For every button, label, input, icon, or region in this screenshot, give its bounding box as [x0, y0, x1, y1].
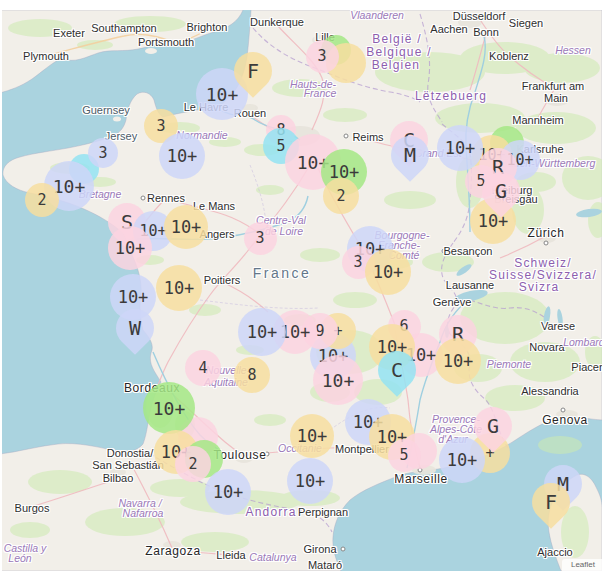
cluster-marker-10plus[interactable]: 10+ — [290, 414, 334, 458]
marker-label: 2 — [188, 455, 197, 473]
cluster-marker-10plus[interactable]: 10+ — [238, 308, 286, 356]
cluster-marker-10plus[interactable]: 10+ — [435, 338, 481, 384]
marker-label: 10+ — [443, 351, 474, 371]
cluster-marker-5[interactable]: 5 — [388, 439, 421, 472]
marker-label: 10+ — [115, 238, 146, 258]
marker-label: 10+ — [206, 84, 239, 105]
cluster-marker-8[interactable]: 8 — [234, 357, 270, 393]
attribution-label[interactable]: Leaflet — [571, 560, 595, 569]
marker-label: 10+ — [153, 398, 186, 419]
marker-label: 4 — [198, 359, 207, 377]
marker-label: 2 — [37, 191, 46, 209]
cluster-marker-10plus[interactable]: 10+ — [156, 265, 202, 311]
marker-label: 3 — [98, 144, 107, 162]
marker-label: 10+ — [171, 217, 202, 237]
marker-label: 5 — [399, 446, 408, 464]
map-markers: 10+23310+F10+S10+10+10+38510+10+23CM10+1… — [0, 0, 602, 571]
map-page: ExeterPlymouthSouthamptonPortsmouthBrigh… — [0, 0, 602, 571]
page-margin-top — [0, 0, 602, 10]
marker-label: 10+ — [167, 146, 198, 166]
cluster-marker-10plus[interactable]: 10+ — [437, 125, 483, 171]
marker-label: 10+ — [297, 426, 328, 446]
marker-label: 10+ — [118, 287, 149, 307]
marker-label: 10+ — [164, 278, 195, 298]
map-canvas[interactable]: ExeterPlymouthSouthamptonPortsmouthBrigh… — [0, 0, 602, 571]
cluster-marker-3[interactable]: 3 — [244, 222, 277, 255]
attribution[interactable]: Leaflet — [562, 559, 602, 571]
cluster-marker-10plus[interactable]: 10+ — [205, 469, 251, 515]
marker-label: 10+ — [447, 450, 478, 470]
marker-label: 2 — [336, 187, 345, 205]
cluster-marker-10plus[interactable]: 10+ — [164, 205, 208, 249]
marker-label: G — [495, 179, 507, 203]
cluster-marker-3[interactable]: 3 — [306, 40, 339, 73]
marker-label: 5 — [276, 137, 285, 155]
cluster-marker-10plus[interactable]: 10+ — [108, 226, 152, 270]
marker-label: 8 — [247, 366, 256, 384]
cluster-marker-10plus[interactable]: 10+ — [159, 133, 205, 179]
cluster-marker-10plus[interactable]: 10+ — [313, 355, 363, 405]
page-margin-left — [0, 0, 2, 571]
cluster-marker-10plus[interactable]: 10+ — [287, 458, 333, 504]
marker-label: 3 — [156, 117, 165, 135]
cluster-marker-10plus[interactable]: 10+ — [143, 382, 195, 434]
marker-label: F — [247, 59, 259, 83]
marker-label: 10+ — [373, 262, 404, 282]
marker-label: 10+ — [295, 471, 326, 491]
marker-label: G — [487, 414, 499, 438]
cluster-marker-10plus[interactable]: 10+ — [365, 249, 411, 295]
marker-label: 3 — [353, 253, 362, 271]
marker-label: 10+ — [213, 482, 244, 502]
marker-label: C — [391, 358, 403, 382]
cluster-marker-3[interactable]: 3 — [88, 138, 118, 168]
marker-label: 10+ — [322, 370, 355, 391]
marker-label: 3 — [255, 229, 264, 247]
cluster-marker-2[interactable]: 2 — [175, 446, 211, 482]
marker-label: F — [545, 490, 557, 514]
marker-label: 10+ — [445, 138, 476, 158]
cluster-marker-10plus[interactable]: 10+ — [439, 437, 485, 483]
cluster-marker-2[interactable]: 2 — [25, 183, 59, 217]
marker-label: 10+ — [247, 322, 278, 342]
cluster-marker-2[interactable]: 2 — [323, 178, 359, 214]
marker-label: W — [129, 316, 141, 340]
cluster-marker-4[interactable]: 4 — [185, 350, 221, 386]
marker-label: M — [404, 143, 416, 167]
marker-label: 3 — [317, 47, 326, 65]
